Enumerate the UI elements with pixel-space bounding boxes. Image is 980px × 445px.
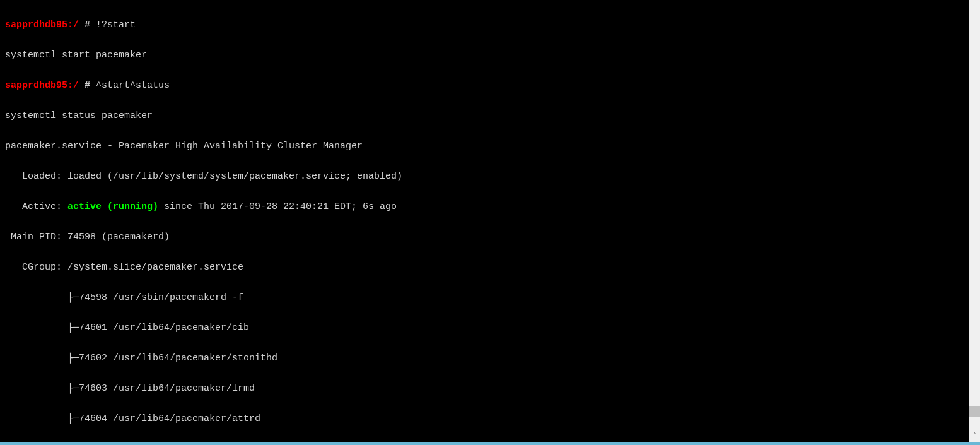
process-line: ├─74604 /usr/lib64/pacemaker/attrd xyxy=(5,412,964,427)
terminal-line: sapprdhdb95:/ # !?start xyxy=(5,18,964,33)
chevron-down-icon[interactable]: ˅ xyxy=(969,430,980,442)
prompt-host: sapprdhdb95:/ xyxy=(5,80,79,91)
process-line: ├─74602 /usr/lib64/pacemaker/stonithd xyxy=(5,351,964,366)
active-status: active (running) xyxy=(67,201,158,212)
prompt-hash: # xyxy=(79,20,96,30)
cgroup-line: CGroup: /system.slice/pacemaker.service xyxy=(5,260,964,275)
scrollbar-track[interactable] xyxy=(969,0,980,430)
prompt-host: sapprdhdb95:/ xyxy=(5,20,79,30)
prompt-hash: # xyxy=(79,80,96,91)
scrollbar-thumb[interactable] xyxy=(969,406,980,417)
terminal-line: systemctl status pacemaker xyxy=(5,109,964,124)
mainpid-line: Main PID: 74598 (pacemakerd) xyxy=(5,230,964,245)
command-text: !?start xyxy=(96,20,136,30)
process-line: ├─74601 /usr/lib64/pacemaker/cib xyxy=(5,321,964,336)
scrollbar[interactable]: ˅ xyxy=(969,0,980,442)
terminal-window[interactable]: sapprdhdb95:/ # !?start systemctl start … xyxy=(0,0,969,442)
active-prefix: Active: xyxy=(5,201,67,212)
terminal-line: sapprdhdb95:/ # ^start^status xyxy=(5,78,964,93)
service-description: pacemaker.service - Pacemaker High Avail… xyxy=(5,139,964,154)
active-line: Active: active (running) since Thu 2017-… xyxy=(5,199,964,215)
process-line: ├─74598 /usr/sbin/pacemakerd -f xyxy=(5,290,964,306)
command-text: ^start^status xyxy=(96,80,170,91)
active-suffix: since Thu 2017-09-28 22:40:21 EDT; 6s ag… xyxy=(158,201,397,212)
terminal-line: systemctl start pacemaker xyxy=(5,48,964,63)
loaded-line: Loaded: loaded (/usr/lib/systemd/system/… xyxy=(5,169,964,184)
process-line: ├─74603 /usr/lib64/pacemaker/lrmd xyxy=(5,381,964,396)
